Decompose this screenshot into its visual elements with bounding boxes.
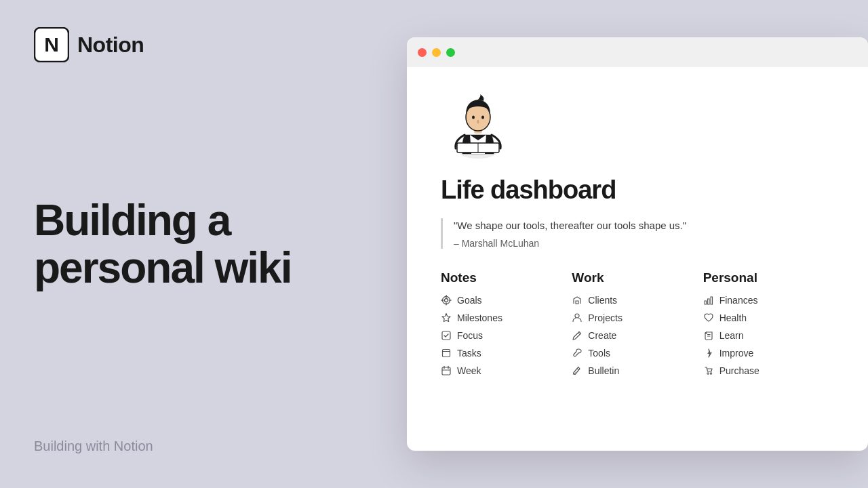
notes-column-items: Goals Milestones Focus <box>441 295 572 376</box>
create-icon <box>572 330 583 341</box>
personal-column-items: Finances Health <box>703 295 834 376</box>
focus-icon <box>441 330 452 341</box>
finances-icon <box>703 295 714 306</box>
minimize-button[interactable] <box>432 48 441 57</box>
maximize-button[interactable] <box>446 48 455 57</box>
work-column-header: Work <box>572 270 703 285</box>
heading-text: Building a personal wiki <box>34 197 291 292</box>
browser-content: Life dashboard "We shape our tools, ther… <box>407 67 868 451</box>
notes-column-header: Notes <box>441 270 572 285</box>
purchase-label: Purchase <box>719 365 760 376</box>
svg-point-19 <box>575 314 579 318</box>
svg-rect-14 <box>442 367 450 375</box>
list-item[interactable]: Milestones <box>441 312 572 323</box>
avatar <box>441 87 515 162</box>
list-item[interactable]: Health <box>703 312 834 323</box>
list-item[interactable]: Create <box>572 330 703 341</box>
svg-point-26 <box>710 372 711 373</box>
list-item[interactable]: Learn <box>703 330 834 341</box>
list-item[interactable]: Bulletin <box>572 365 703 376</box>
close-button[interactable] <box>418 48 427 57</box>
list-item[interactable]: Finances <box>703 295 834 306</box>
list-item[interactable]: Purchase <box>703 365 834 376</box>
list-item[interactable]: Clients <box>572 295 703 306</box>
list-item[interactable]: Projects <box>572 312 703 323</box>
browser-window: Life dashboard "We shape our tools, ther… <box>407 37 868 451</box>
subtitle-text: Building with Notion <box>34 439 153 454</box>
work-column: Work Clients <box>572 270 703 376</box>
main-heading: Building a personal wiki <box>34 197 291 292</box>
notes-column: Notes Goals <box>441 270 572 376</box>
list-item[interactable]: Tasks <box>441 348 572 359</box>
target-icon <box>441 295 452 306</box>
logo-area: N Notion <box>34 27 387 62</box>
personal-column: Personal Finances Heal <box>703 270 834 376</box>
health-icon <box>703 312 714 323</box>
quote-author: – Marshall McLuhan <box>454 238 834 249</box>
list-item[interactable]: Focus <box>441 330 572 341</box>
projects-icon <box>572 312 583 323</box>
finances-label: Finances <box>719 295 758 306</box>
clients-icon <box>572 295 583 306</box>
quote-text: "We shape our tools, thereafter our tool… <box>454 218 834 234</box>
list-item[interactable]: Week <box>441 365 572 376</box>
work-column-items: Clients Projects <box>572 295 703 376</box>
projects-label: Projects <box>588 312 623 323</box>
tools-label: Tools <box>588 348 610 359</box>
svg-rect-11 <box>442 331 450 340</box>
page-title: Life dashboard <box>441 176 834 205</box>
create-label: Create <box>588 330 616 341</box>
tasks-label: Tasks <box>457 348 481 359</box>
milestones-label: Milestones <box>457 312 502 323</box>
svg-rect-21 <box>707 299 709 304</box>
goals-label: Goals <box>457 295 482 306</box>
week-icon <box>441 365 452 376</box>
bulletin-label: Bulletin <box>588 365 619 376</box>
list-item[interactable]: Improve <box>703 348 834 359</box>
browser-toolbar <box>407 37 868 67</box>
notion-logo-icon: N <box>34 27 69 62</box>
bulletin-icon <box>572 365 583 376</box>
left-panel: N Notion Building a personal wiki Buildi… <box>0 0 420 488</box>
improve-label: Improve <box>719 348 754 359</box>
person-illustration <box>441 87 515 162</box>
focus-label: Focus <box>457 330 483 341</box>
tasks-icon <box>441 348 452 359</box>
quote-block: "We shape our tools, thereafter our tool… <box>441 218 834 249</box>
svg-rect-12 <box>443 349 450 357</box>
svg-rect-22 <box>711 297 713 304</box>
health-label: Health <box>719 312 747 323</box>
svg-rect-20 <box>705 301 707 304</box>
clients-label: Clients <box>588 295 617 306</box>
milestones-icon <box>441 312 452 323</box>
svg-rect-18 <box>576 301 578 304</box>
list-item[interactable]: Goals <box>441 295 572 306</box>
svg-point-8 <box>481 116 484 119</box>
week-label: Week <box>457 365 481 376</box>
personal-column-header: Personal <box>703 270 834 285</box>
improve-icon <box>703 348 714 359</box>
columns-container: Notes Goals <box>441 270 834 376</box>
purchase-icon <box>703 365 714 376</box>
logo-label: Notion <box>77 33 144 58</box>
learn-label: Learn <box>719 330 744 341</box>
svg-point-10 <box>445 298 448 302</box>
svg-text:N: N <box>44 33 59 56</box>
learn-icon <box>703 330 714 341</box>
tools-icon <box>572 348 583 359</box>
svg-point-25 <box>707 372 708 373</box>
list-item[interactable]: Tools <box>572 348 703 359</box>
svg-point-7 <box>472 116 475 119</box>
